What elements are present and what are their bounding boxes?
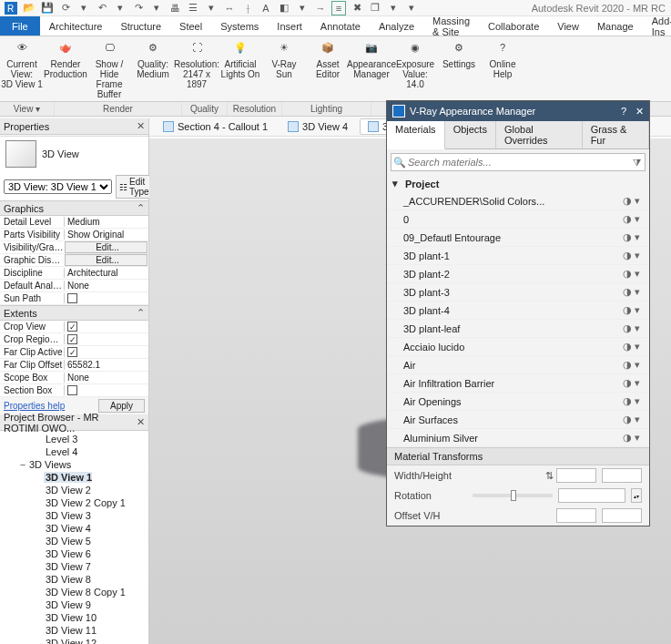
ribbon-button-v-ray[interactable]: ☀V-RaySun [262,36,306,101]
offset-v-input[interactable] [556,508,596,523]
open-icon[interactable]: 📂 [22,1,36,15]
material-row[interactable]: Air Infiltration Barrier◑▾ [387,374,649,393]
close-icon[interactable]: ✕ [137,120,145,132]
print-icon[interactable]: 🖶 [168,1,182,15]
revit-logo-icon[interactable]: R [4,1,18,15]
property-value[interactable]: None [64,373,148,383]
chevron-down-icon[interactable]: ▾ [149,1,164,15]
close-icon[interactable]: ✕ [635,106,644,118]
text-icon[interactable]: A [259,1,273,15]
align-icon[interactable]: ☰ [186,1,200,15]
tree-node[interactable]: Level 4 [0,445,148,458]
ribbon-tab-massing-site[interactable]: Massing & Site [423,16,479,36]
properties-type-selector[interactable]: 3D View [0,135,148,173]
material-row[interactable]: 09_Defautl Entourage◑▾ [387,229,649,247]
ribbon-tab-insert[interactable]: Insert [268,16,311,36]
material-row[interactable]: Acciaio lucido◑▾ [387,338,649,356]
chevron-down-icon[interactable]: ▾ [635,341,640,353]
tree-node[interactable]: 3D View 9 [0,598,148,611]
material-row[interactable]: Air Openings◑▾ [387,393,649,411]
close-views-icon[interactable]: ✖ [350,1,364,15]
close-icon[interactable]: ✕ [137,416,145,428]
tree-node[interactable]: 3D View 10 [0,611,148,624]
arrow-right-icon[interactable]: → [313,1,328,15]
material-row[interactable]: 3D plant-2◑▾ [387,265,649,283]
material-row[interactable]: Air◑▾ [387,356,649,374]
ribbon-button-online[interactable]: ?OnlineHelp [481,36,524,101]
measure-icon[interactable]: ↔ [222,1,237,15]
height-input[interactable] [602,468,642,483]
chevron-down-icon[interactable]: ▾ [204,1,219,15]
width-input[interactable] [556,468,596,483]
chevron-down-icon[interactable]: ▾ [635,213,640,225]
ribbon-button-quality-[interactable]: ⚙Quality:Medium [131,36,175,101]
ribbon-tab-analyze[interactable]: Analyze [370,16,423,36]
save-icon[interactable]: 💾 [40,1,55,15]
vray-material-icon[interactable]: ◑ [623,377,632,389]
ribbon-button-render[interactable]: 🫖RenderProduction [44,36,87,101]
properties-help-link[interactable]: Properties help [4,401,65,411]
collapse-icon[interactable]: ⌃ [137,307,145,319]
tree-node[interactable]: Level 3 [0,433,148,445]
tree-node[interactable]: 3D View 8 [0,573,148,586]
vray-tab-global-overrides[interactable]: Global Overrides [496,121,583,148]
tree-node[interactable]: 3D View 4 [0,522,148,535]
property-value[interactable]: 65582.1 [64,360,148,370]
chevron-down-icon[interactable]: ▾ [635,377,640,389]
ribbon-button-show-hide[interactable]: 🖵Show / HideFrame Buffer [87,36,131,101]
dimension-icon[interactable]: ⟊ [240,1,255,15]
ribbon-tab-annotate[interactable]: Annotate [311,16,370,36]
chevron-down-icon[interactable]: ▾ [635,268,640,280]
tree-node[interactable]: 3D View 3 [0,509,148,522]
chevron-down-icon[interactable]: ▾ [635,359,640,371]
ribbon-tab-structure[interactable]: Structure [111,16,170,36]
sync-icon[interactable]: ⟳ [58,1,73,15]
chevron-down-icon[interactable]: ▾ [635,286,640,298]
tree-node[interactable]: 3D View 2 [0,484,148,496]
tree-node[interactable]: 3D View 6 [0,547,148,560]
edit-button[interactable]: Edit... [65,241,147,253]
rotation-spinner[interactable]: ▴▾ [631,488,642,503]
ribbon-button-current-view-[interactable]: 👁Current View:3D View 1 [0,36,44,101]
vray-material-icon[interactable]: ◑ [623,213,632,225]
link-icon[interactable]: ⇅ [545,470,551,482]
chevron-down-icon[interactable]: ▾ [295,1,310,15]
filter-icon[interactable]: ⧩ [628,157,645,169]
tree-node[interactable]: 3D View 8 Copy 1 [0,586,148,598]
vray-tab-objects[interactable]: Objects [445,121,496,148]
material-row[interactable]: Air Surfaces◑▾ [387,411,649,429]
chevron-down-icon[interactable]: ▾ [635,432,640,444]
chevron-down-icon[interactable]: ▾ [635,395,640,407]
vray-material-icon[interactable]: ◑ [623,414,632,425]
vray-material-icon[interactable]: ◑ [623,250,632,261]
expand-icon[interactable]: − [18,459,27,470]
redo-icon[interactable]: ↷ [131,1,146,15]
vray-material-icon[interactable]: ◑ [623,195,632,207]
chevron-down-icon[interactable]: ▾ [635,195,640,207]
checkbox[interactable]: ✓ [67,334,77,344]
chevron-down-icon[interactable]: ▾ [635,414,640,425]
rotation-slider[interactable] [473,494,553,497]
ribbon-tab-collaborate[interactable]: Collaborate [479,16,548,36]
rotation-input[interactable] [558,488,625,503]
property-group-extents[interactable]: Extents⌃ [0,305,148,321]
tree-node[interactable]: −3D Views [0,458,148,471]
vray-material-icon[interactable]: ◑ [623,304,632,316]
vray-titlebar[interactable]: V-Ray Appearance Manager ? ✕ [387,101,649,121]
property-value[interactable]: Show Original [64,230,148,240]
ribbon-button-resolution-[interactable]: ⛶Resolution:2147 x 1897 [175,36,219,101]
project-node[interactable]: ▾ Project [387,175,649,192]
collapse-icon[interactable]: ▾ [392,178,405,189]
ribbon-tab-steel[interactable]: Steel [170,16,211,36]
ribbon-button-appearance[interactable]: 📷AppearanceManager [350,36,393,101]
chevron-down-icon[interactable]: ▾ [635,231,640,243]
tree-node[interactable]: 3D View 11 [0,624,148,637]
edit-type-button[interactable]: ☷ Edit Type [116,175,153,199]
vray-material-icon[interactable]: ◑ [623,286,632,298]
view-tab[interactable]: Section 4 - Callout 1 [155,118,276,135]
ribbon-tab-view[interactable]: View [548,16,588,36]
vray-material-icon[interactable]: ◑ [623,359,632,371]
material-row[interactable]: _ACCURENDER\Solid Colors...◑▾ [387,192,649,210]
help-icon[interactable]: ? [621,106,626,118]
ribbon-tab-add-ins[interactable]: Add-Ins [643,16,671,36]
